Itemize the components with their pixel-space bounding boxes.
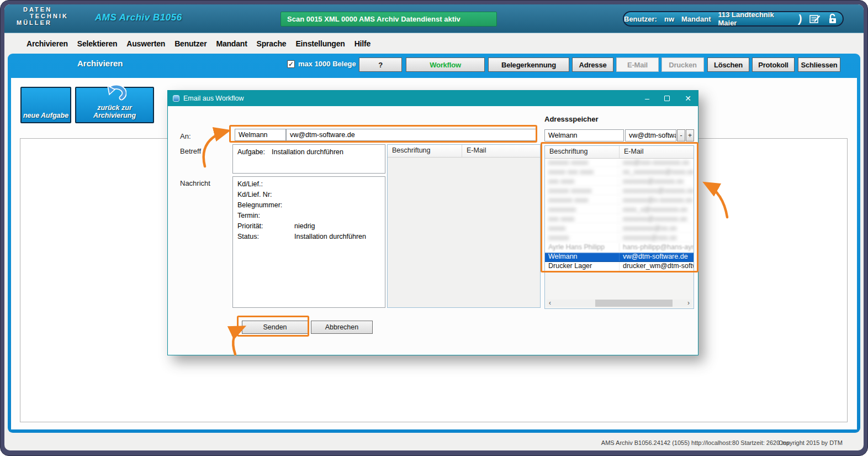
nachricht-line: Kd/Lief. Nr:: [237, 190, 380, 200]
scroll-right-icon[interactable]: ›: [685, 300, 692, 307]
maximize-icon: [664, 96, 670, 101]
nachricht-label: Nachricht: [180, 179, 210, 187]
nachricht-line: Priorität:niedrig: [237, 221, 380, 232]
menu-bar: ArchivierenSelektierenAuswertenBenutzerM…: [4, 33, 864, 54]
status-banner: Scan 0015 XML 0000 AMS Archiv Datendiens…: [280, 12, 497, 27]
cancel-button[interactable]: Abbrechen: [311, 321, 373, 334]
dtm-logo: DATEN TECHNIK MÜLLER: [17, 6, 68, 26]
user-value: nw: [664, 15, 674, 23]
menu-item-benutzer[interactable]: Benutzer: [174, 39, 207, 48]
new-task-label: neue Aufgabe: [23, 112, 68, 119]
toolbar-button-protokoll[interactable]: Protokoll: [752, 57, 795, 72]
betreff-textbox[interactable]: Aufgabe:Installation durchführen: [232, 144, 385, 174]
nachricht-key: Priorität:: [237, 221, 294, 232]
nachricht-line: Belegnummer:: [237, 200, 380, 211]
toolbar-button-belegerkennung[interactable]: Belegerkennung: [488, 57, 569, 72]
app-title: AMS Archiv B1056: [95, 12, 182, 23]
nachricht-value: Installation durchführen: [294, 232, 366, 242]
address-remove-button[interactable]: -: [677, 129, 685, 141]
toolbar-button-schliessen[interactable]: Schliessen: [798, 57, 840, 72]
mandant-value: 113 Landtechnik Maier: [718, 11, 791, 27]
logo-line: MÜLLER: [17, 19, 68, 26]
betreff-key: Aufgabe:: [237, 147, 272, 158]
logo-line: DATEN: [23, 6, 68, 13]
annotation-highlight-send: [237, 316, 309, 337]
back-to-archiving-label: zurück zur Archivierung: [76, 104, 153, 119]
menu-item-archivieren[interactable]: Archivieren: [27, 39, 68, 48]
menu-item-auswerten[interactable]: Auswerten: [126, 39, 165, 48]
address-store-title: Adressspeicher: [544, 115, 599, 123]
checkmark-icon: ✓: [288, 61, 294, 68]
nachricht-key: Belegnummer:: [237, 200, 294, 211]
betreff-label: Betreff: [180, 147, 201, 155]
nachricht-value: niedrig: [294, 221, 315, 232]
scroll-left-icon[interactable]: ‹: [547, 300, 553, 307]
section-title: Archivieren: [77, 59, 123, 68]
logo-line: TECHNIK: [30, 13, 68, 19]
footer-copyright: Copyright 2015 by DTM: [779, 439, 843, 446]
edit-note-icon[interactable]: [809, 14, 821, 24]
menu-item-sprache[interactable]: Sprache: [257, 39, 287, 48]
address-store-email-input[interactable]: vw@dtm-software.de: [625, 129, 676, 141]
toolbar-button-workflow[interactable]: Workflow: [406, 57, 485, 72]
horizontal-scrollbar[interactable]: ‹ ›: [547, 300, 692, 307]
nachricht-line: Status:Installation durchführen: [237, 232, 380, 242]
toolbar-button-e-mail[interactable]: E-Mail: [616, 57, 659, 72]
nachricht-line: Termin:: [237, 211, 380, 221]
user-label: Benutzer:: [624, 15, 657, 23]
maximize-button[interactable]: [658, 91, 676, 106]
application-window: DATEN TECHNIK MÜLLER AMS Archiv B1056 Sc…: [0, 0, 868, 456]
menu-item-hilfe[interactable]: Hilfe: [354, 39, 371, 48]
column-header-beschriftung[interactable]: Beschriftung: [388, 145, 462, 157]
close-button[interactable]: ✕: [679, 91, 697, 106]
recipients-table[interactable]: Beschriftung E-Mail: [387, 144, 541, 308]
user-info-pill: Benutzer: nw Mandant 113 Landtechnik Mai…: [623, 11, 844, 27]
max-belege-label: max 1000 Belege: [298, 60, 356, 68]
nachricht-key: Termin:: [237, 211, 294, 221]
recipients-table-header: Beschriftung E-Mail: [388, 145, 540, 158]
menu-item-einstellungen[interactable]: Einstellungen: [295, 39, 345, 48]
toolbar-button-drucken[interactable]: Drucken: [661, 57, 704, 72]
address-add-button[interactable]: +: [686, 129, 694, 141]
menu-item-selektieren[interactable]: Selektieren: [77, 39, 118, 48]
footer-info: AMS Archiv B1056.24142 (1055) http://loc…: [601, 439, 790, 446]
toolbar-button-adresse[interactable]: Adresse: [572, 57, 613, 72]
toolbar-button-l-schen[interactable]: Löschen: [707, 57, 749, 72]
unlock-icon[interactable]: [828, 13, 837, 24]
phone-icon[interactable]: ): [798, 13, 803, 25]
dialog-icon: [173, 95, 179, 102]
nachricht-key: Kd/Lief.:: [237, 179, 294, 190]
nachricht-key: Status:: [237, 232, 294, 242]
address-store-name-input[interactable]: Welmann: [544, 129, 624, 141]
minimize-button[interactable]: –: [638, 91, 656, 106]
mandant-label: Mandant: [681, 15, 711, 23]
new-task-button[interactable]: neue Aufgabe: [20, 87, 71, 123]
betreff-value: Installation durchführen: [272, 147, 343, 158]
nachricht-key: Kd/Lief. Nr:: [237, 190, 294, 200]
an-label: An:: [180, 132, 191, 140]
scrollbar-thumb[interactable]: [595, 300, 673, 307]
column-header-email[interactable]: E-Mail: [462, 145, 486, 157]
toolbar-button-help[interactable]: ?: [359, 57, 402, 72]
dialog-titlebar[interactable]: Email aus Workflow – ✕: [168, 91, 698, 106]
nachricht-line: Kd/Lief.:: [237, 179, 380, 190]
max-belege-checkbox[interactable]: ✓: [287, 60, 295, 68]
menu-item-mandant[interactable]: Mandant: [216, 39, 247, 48]
nachricht-textbox[interactable]: Kd/Lief.:Kd/Lief. Nr:Belegnummer:Termin:…: [232, 176, 385, 308]
annotation-highlight-addresslist: [541, 142, 698, 272]
dialog-title: Email aus Workflow: [183, 91, 244, 106]
back-to-archiving-button[interactable]: zurück zur Archivierung: [75, 87, 154, 123]
undo-arrow-icon: [103, 84, 126, 102]
annotation-highlight-recipient: [229, 125, 537, 143]
